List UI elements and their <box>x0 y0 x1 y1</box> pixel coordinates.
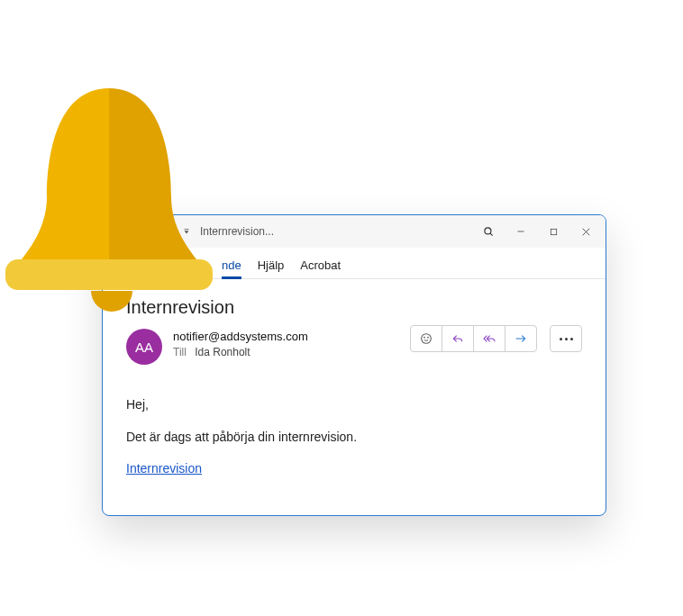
to-label: Till <box>173 346 187 358</box>
svg-point-12 <box>428 337 429 338</box>
body-greeting: Hej, <box>126 395 582 415</box>
search-icon[interactable] <box>474 219 503 244</box>
email-header: AA notifier@addsystems.com Till Ida Ronh… <box>126 329 582 376</box>
more-actions-button[interactable] <box>550 325 582 352</box>
titlebar-right-controls <box>474 219 600 244</box>
menu-item-acrobat[interactable]: Acrobat <box>300 258 341 278</box>
recipient-name: Ida Ronholt <box>195 346 250 358</box>
svg-point-4 <box>485 228 491 234</box>
email-body: Hej, Det är dags att påbörja din internr… <box>126 395 582 479</box>
sender-address: notifier@addsystems.com <box>173 329 308 345</box>
minimize-button[interactable] <box>506 219 535 244</box>
reply-group <box>410 325 537 352</box>
reply-all-icon[interactable] <box>473 326 505 351</box>
body-line-1: Det är dags att påbörja din internrevisi… <box>126 428 582 448</box>
menu-item-meddelande[interactable]: nde <box>222 258 241 278</box>
react-icon[interactable] <box>411 326 442 351</box>
svg-point-10 <box>422 334 432 344</box>
window-title: Internrevision... <box>191 225 474 238</box>
svg-point-11 <box>424 337 425 338</box>
bell-illustration <box>5 88 213 322</box>
body-link[interactable]: Internrevision <box>126 461 202 476</box>
message-actions <box>410 325 582 352</box>
recipient-line: Till Ida Ronholt <box>173 345 308 359</box>
close-button[interactable] <box>571 219 600 244</box>
reply-icon[interactable] <box>442 326 473 351</box>
ellipsis-icon <box>560 338 573 340</box>
svg-rect-14 <box>5 259 213 290</box>
menu-item-hjalp[interactable]: Hjälp <box>258 258 285 278</box>
sender-info: notifier@addsystems.com Till Ida Ronholt <box>173 329 308 359</box>
sender-avatar: AA <box>126 329 162 365</box>
svg-rect-7 <box>551 229 556 234</box>
svg-line-5 <box>490 233 493 236</box>
maximize-button[interactable] <box>539 219 568 244</box>
forward-icon[interactable] <box>505 326 536 351</box>
